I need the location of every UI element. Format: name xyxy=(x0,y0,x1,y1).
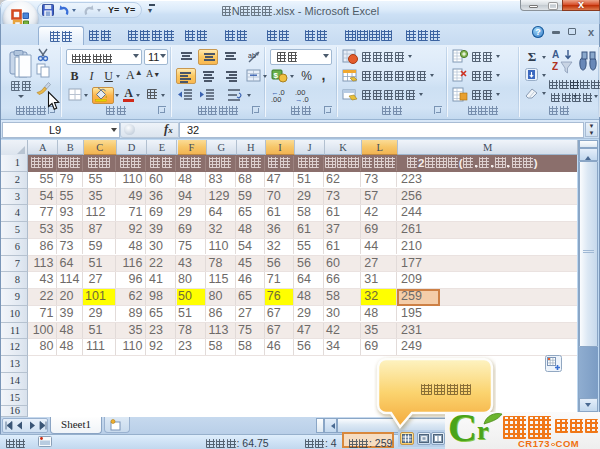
svg-text:A: A xyxy=(552,49,559,60)
svg-text:$: $ xyxy=(274,71,279,80)
svg-text:ab: ab xyxy=(248,52,256,59)
svg-text:Z: Z xyxy=(552,61,558,72)
